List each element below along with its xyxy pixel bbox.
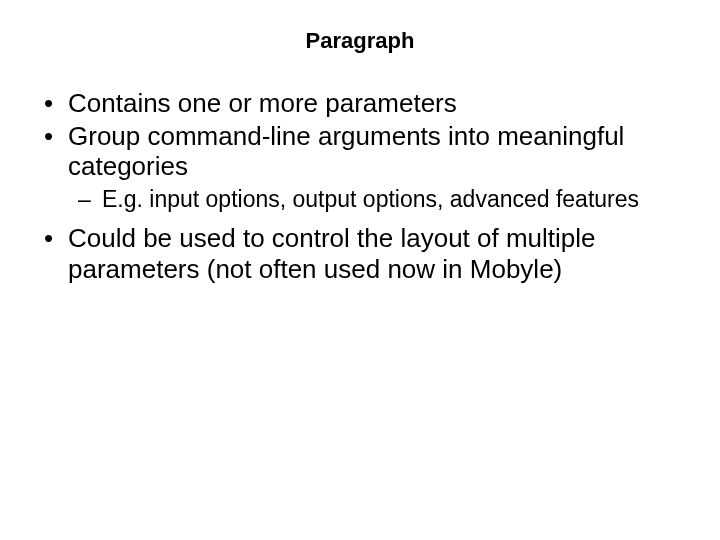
bullet-list-level2: E.g. input options, output options, adva…	[68, 186, 682, 213]
slide-body: Contains one or more parameters Group co…	[0, 88, 720, 284]
bullet-text: Contains one or more parameters	[68, 88, 457, 118]
bullet-text: Group command-line arguments into meanin…	[68, 121, 624, 182]
bullet-item: Could be used to control the layout of m…	[38, 223, 682, 284]
bullet-text: Could be used to control the layout of m…	[68, 223, 596, 284]
sub-bullet-text: E.g. input options, output options, adva…	[102, 186, 639, 212]
bullet-item: Contains one or more parameters	[38, 88, 682, 119]
slide-title: Paragraph	[0, 28, 720, 54]
bullet-item: Group command-line arguments into meanin…	[38, 121, 682, 213]
sub-bullet-item: E.g. input options, output options, adva…	[68, 186, 682, 213]
bullet-list-level1: Contains one or more parameters Group co…	[38, 88, 682, 284]
